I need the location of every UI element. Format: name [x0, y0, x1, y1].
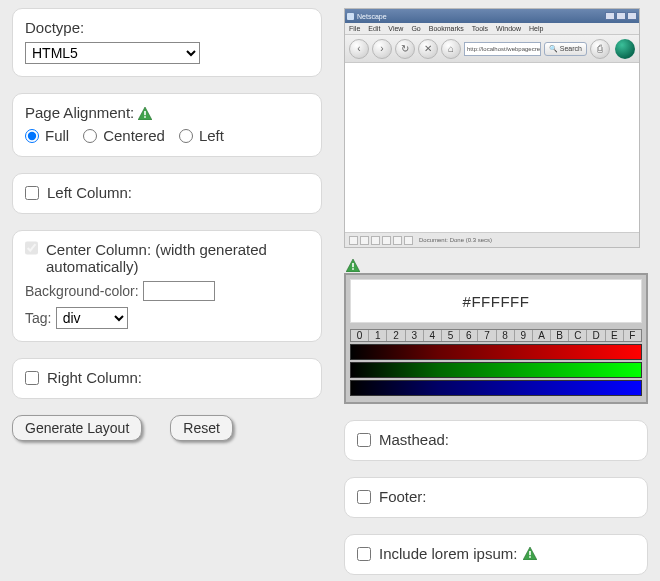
back-icon: ‹ — [349, 39, 369, 59]
lorem-panel: Include lorem ipsum: — [344, 534, 648, 575]
color-swatch: #FFFFFF — [350, 279, 642, 323]
footer-label: Footer: — [379, 488, 427, 505]
masthead-label: Masthead: — [379, 431, 449, 448]
preview-menubar: File Edit View Go Bookmarks Tools Window… — [345, 23, 639, 35]
rightcol-label: Right Column: — [47, 369, 142, 386]
netscape-logo-icon — [615, 39, 635, 59]
centercol-panel: Center Column: (width generated automati… — [12, 230, 322, 342]
color-palette: #FFFFFF 0 1 2 3 4 5 6 7 8 9 A B C D E F — [344, 273, 648, 404]
align-centered-option[interactable]: Centered — [83, 127, 165, 144]
minimize-icon — [605, 12, 615, 20]
generate-button[interactable]: Generate Layout — [12, 415, 142, 441]
preview-statusbar: Document: Done (0.3 secs) — [345, 233, 639, 247]
align-full-option[interactable]: Full — [25, 127, 69, 144]
forward-icon: › — [372, 39, 392, 59]
align-centered-radio[interactable] — [83, 129, 97, 143]
bgcolor-input[interactable] — [143, 281, 215, 301]
align-left-radio[interactable] — [179, 129, 193, 143]
alignment-panel: Page Alignment: Full Centered Left — [12, 93, 322, 157]
preview-canvas — [345, 63, 639, 233]
preview-title: Netscape — [357, 13, 387, 20]
leftcol-checkbox[interactable] — [25, 186, 39, 200]
warning-icon — [346, 259, 360, 272]
footer-panel: Footer: — [344, 477, 648, 518]
address-bar: http://localhost/webpagecreator/index1.p… — [464, 42, 541, 56]
lorem-checkbox[interactable] — [357, 547, 371, 561]
svg-rect-5 — [352, 268, 354, 270]
align-left-option[interactable]: Left — [179, 127, 224, 144]
align-full-radio[interactable] — [25, 129, 39, 143]
search-button: 🔍 Search — [544, 42, 587, 56]
reload-icon: ↻ — [395, 39, 415, 59]
red-gradient[interactable] — [350, 344, 642, 360]
preview-toolbar: ‹ › ↻ ✕ ⌂ http://localhost/webpagecreato… — [345, 35, 639, 63]
warning-icon — [138, 107, 152, 120]
rightcol-panel: Right Column: — [12, 358, 322, 399]
svg-rect-7 — [530, 551, 532, 555]
doctype-panel: Doctype: HTML5 — [12, 8, 322, 77]
bgcolor-label: Background-color: — [25, 283, 139, 299]
tag-select[interactable]: div — [56, 307, 128, 329]
reset-button[interactable]: Reset — [170, 415, 233, 441]
svg-rect-1 — [145, 111, 147, 115]
stop-icon: ✕ — [418, 39, 438, 59]
print-icon: ⎙ — [590, 39, 610, 59]
masthead-panel: Masthead: — [344, 420, 648, 461]
centercol-checkbox — [25, 241, 38, 255]
doctype-select[interactable]: HTML5 — [25, 42, 200, 64]
maximize-icon — [616, 12, 626, 20]
doctype-label: Doctype: — [25, 19, 309, 36]
warning-icon — [523, 547, 537, 560]
lorem-label: Include lorem ipsum: — [379, 545, 517, 562]
blue-gradient[interactable] — [350, 380, 642, 396]
browser-preview: Netscape File Edit View Go Bookmarks Too… — [344, 8, 640, 248]
masthead-checkbox[interactable] — [357, 433, 371, 447]
green-gradient[interactable] — [350, 362, 642, 378]
svg-rect-8 — [530, 556, 532, 558]
hex-header: 0 1 2 3 4 5 6 7 8 9 A B C D E F — [350, 329, 642, 342]
centercol-label: Center Column: (width generated automati… — [46, 241, 309, 275]
svg-rect-2 — [145, 116, 147, 118]
footer-checkbox[interactable] — [357, 490, 371, 504]
home-icon: ⌂ — [441, 39, 461, 59]
leftcol-label: Left Column: — [47, 184, 132, 201]
preview-titlebar: Netscape — [345, 9, 639, 23]
app-icon — [347, 13, 354, 20]
close-icon — [627, 12, 637, 20]
tag-label: Tag: — [25, 310, 51, 326]
leftcol-panel: Left Column: — [12, 173, 322, 214]
rightcol-checkbox[interactable] — [25, 371, 39, 385]
svg-rect-4 — [352, 263, 354, 267]
alignment-label: Page Alignment: — [25, 104, 134, 121]
